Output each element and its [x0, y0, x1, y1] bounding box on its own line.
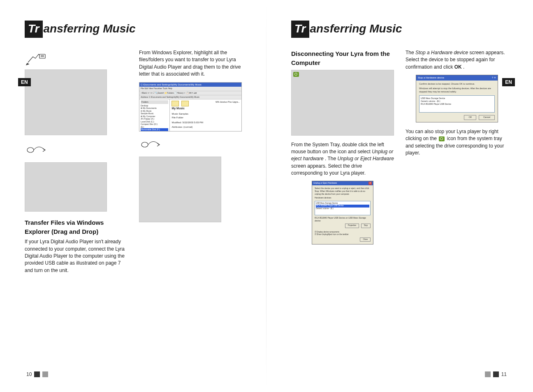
- title-rest: ansferring Music: [310, 22, 402, 35]
- page-dot: [34, 371, 40, 377]
- txt: .: [463, 64, 464, 70]
- screenshot-placeholder-1: [25, 69, 107, 135]
- windows-explorer-figure: C:\Documents and Settings\bj\My Document…: [139, 82, 242, 131]
- dialog-title: Unplug or Eject Hardware: [313, 182, 337, 184]
- page-dot: [485, 371, 491, 377]
- drag-drop-icon-2: [139, 136, 164, 153]
- detail: Attributes: (normal): [171, 125, 240, 129]
- page-number: 11: [501, 371, 507, 377]
- right-col-2: The Stop a Hardware device screen appear…: [406, 49, 508, 376]
- systray-sample: [293, 72, 299, 77]
- checkbox-label: Show Unplug/Eject icon on the taskbar: [317, 233, 348, 235]
- tree-header: Folders: [141, 100, 168, 104]
- folder-icon: [181, 101, 189, 106]
- device-list: USB Mass Storage Device RCA RD2840 Playe…: [315, 201, 371, 215]
- section-body-transfer: If your Lyra Digital Audio Player isn't …: [25, 238, 127, 274]
- folder-name: My Music: [171, 106, 240, 111]
- detail: Music Samples: [171, 112, 240, 116]
- left-col-2: From Windows Explorer, highlight all the…: [139, 49, 242, 376]
- page-dot: [493, 371, 499, 377]
- left-col-1: Transfer Files via Windows Explorer (Dra…: [25, 49, 127, 376]
- explorer-menubar: File Edit View Favorites Tools Help: [139, 87, 241, 91]
- addr-value: C:\Documents and Settings\bj\My Document…: [149, 96, 199, 98]
- list-item: Generic volume - (E:): [316, 208, 369, 210]
- properties-button: Properties: [345, 224, 359, 228]
- txt: . The: [325, 156, 337, 161]
- title-block: Tr: [291, 21, 309, 38]
- lang-badge-left: EN: [18, 78, 31, 86]
- right-columns: Disconnecting Your Lyra from the Compute…: [291, 49, 508, 376]
- left-columns: Transfer Files via Windows Explorer (Dra…: [25, 49, 242, 376]
- txt: From the System Tray, double click the l…: [291, 142, 384, 154]
- dialog-desc: Confirm devices to be stopped, Choose OK…: [419, 83, 495, 86]
- txt-italic: Unplug or Eject Hardware: [338, 156, 394, 161]
- left-title: Tr ansferring Music: [25, 21, 242, 38]
- page-10: EN Tr ansferring Music: [0, 0, 266, 392]
- intro-explorer: From Windows Explorer, highlight all the…: [139, 49, 242, 78]
- list-item: Generic volume - (E:): [421, 100, 493, 103]
- svg-rect-0: [39, 54, 45, 58]
- title-rest: ansferring Music: [44, 22, 136, 35]
- right-title: Tr ansferring Music: [291, 21, 508, 38]
- stop-button: Stop: [361, 224, 371, 228]
- drag-cursor-icon: [25, 49, 49, 66]
- explorer-addressbar: Address C:\Documents and Settings\bj\My …: [139, 95, 241, 99]
- unplug-dialog-figure: Unplug or Eject Hardware ✕ Select the de…: [312, 181, 373, 244]
- explorer-main: MM Jukebox Plus Upgra... My Music Music …: [170, 99, 241, 131]
- explorer-tree: Folders Desktop ⊞ My Documents ⊟ My Musi…: [139, 99, 170, 131]
- dialog-title: Stop a Hardware device: [418, 76, 444, 80]
- section-heading-transfer: Transfer Files via Windows Explorer (Dra…: [25, 218, 127, 236]
- systray-figure: [291, 70, 394, 136]
- explorer-titlebar: C:\Documents and Settings\bj\My Document…: [139, 83, 241, 87]
- section-heading-disconnect: Disconnecting Your Lyra from the Compute…: [291, 49, 394, 67]
- screenshot-placeholder-3: [139, 157, 221, 222]
- list-item: USB Mass Storage Device: [421, 97, 493, 100]
- close-icon: ✕: [368, 182, 372, 184]
- safely-remove-icon: [439, 136, 445, 141]
- close-icon: ? ✕: [492, 76, 496, 80]
- title-block: Tr: [25, 21, 43, 38]
- addr-label: Address: [141, 96, 148, 98]
- stop-dialog-figure: Stop a Hardware device ? ✕ Confirm devic…: [416, 75, 498, 122]
- page-11: EN Tr ansferring Music Disconnecting You…: [266, 0, 533, 392]
- tree-item: Control Panel: [141, 131, 168, 131]
- safely-remove-icon: [293, 72, 299, 77]
- lang-badge-right: EN: [502, 78, 515, 86]
- link-mm: MM Jukebox Plus Upgra...: [216, 101, 240, 103]
- svg-point-4: [141, 142, 148, 147]
- page-number-left: 10: [26, 371, 48, 377]
- also-stop-body: You can also stop your Lyra player by ri…: [406, 128, 508, 157]
- dialog-titlebar: Unplug or Eject Hardware ✕: [312, 181, 373, 185]
- list-item: RCA RD2840 Player USB Device: [421, 103, 493, 106]
- status-line: RCA RD2840 Player USB Device on USB Mass…: [315, 217, 371, 223]
- screenshot-placeholder-2: [25, 162, 107, 212]
- close-button: Close: [360, 238, 371, 242]
- disconnect-body-1: From the System Tray, double click the l…: [291, 141, 394, 177]
- drag-drop-icon: [25, 142, 49, 158]
- cancel-button: Cancel: [479, 115, 495, 120]
- svg-point-3: [27, 148, 34, 152]
- detail: File Folder: [171, 116, 240, 120]
- dialog-desc2: Windows will attempt to stop the followi…: [419, 87, 495, 94]
- txt: The: [406, 50, 415, 55]
- txt: screen appears. Select the drive corresp…: [291, 163, 366, 176]
- explorer-toolbar: ⇦Back ▾ ⇨ ▾ ⤴ 🔍Search 📁Folders 🕒History …: [139, 91, 241, 95]
- checkbox-label: Display device components: [317, 231, 339, 233]
- device-list: USB Mass Storage Device Generic volume -…: [419, 95, 495, 113]
- stop-hw-body: The Stop a Hardware device screen appear…: [406, 49, 508, 71]
- ok-button: OK: [464, 115, 476, 120]
- page-number: 10: [26, 371, 32, 377]
- page-dot: [42, 371, 48, 377]
- right-col-1: Disconnecting Your Lyra from the Compute…: [291, 49, 394, 376]
- dialog-titlebar: Stop a Hardware device ? ✕: [416, 75, 498, 81]
- folder-icon: [171, 101, 179, 106]
- txt-bold: OK: [454, 64, 462, 70]
- dialog-desc: Select the device you want to unplug or …: [315, 187, 371, 196]
- hw-label: Hardware devices:: [315, 196, 371, 199]
- txt-italic: Stop a Hardware device: [415, 50, 468, 55]
- detail: Modified: 5/22/2003 5:03 PM: [171, 121, 240, 125]
- page-spread: EN Tr ansferring Music: [0, 0, 533, 392]
- page-number-right: 11: [485, 371, 507, 377]
